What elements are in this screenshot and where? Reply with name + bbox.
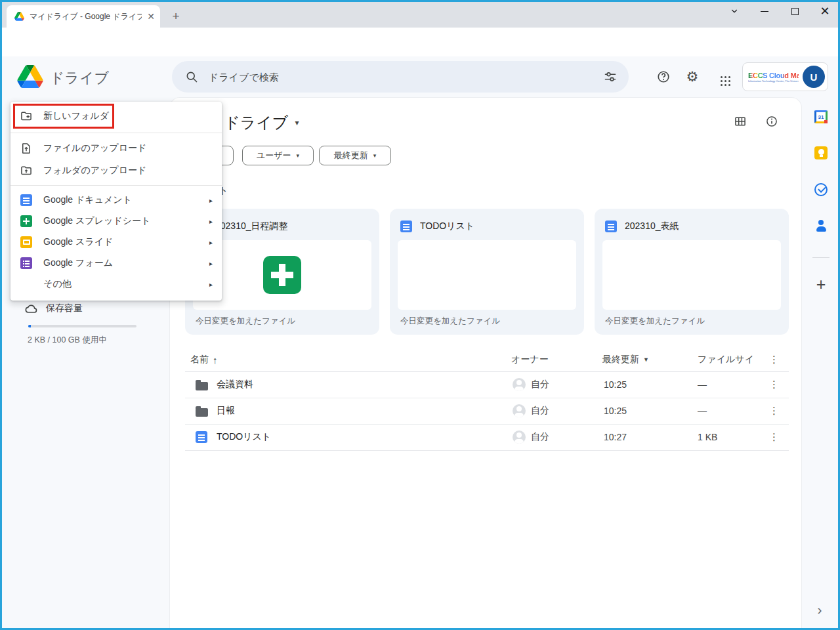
help-icon[interactable] (656, 70, 671, 84)
suggested-file-card[interactable]: 202310_表紙 今日変更を加えたファイル (595, 209, 789, 335)
slides-icon (20, 236, 33, 249)
docs-file-icon (605, 220, 617, 232)
file-name[interactable]: TODOリスト (217, 424, 271, 450)
storage-progress-bar (28, 325, 136, 327)
sort-ascending-arrow-icon: ↑ (213, 354, 218, 366)
owner-avatar (513, 378, 526, 391)
docs-icon (20, 194, 33, 207)
window-close-button[interactable]: ✕ (816, 3, 833, 20)
new-folder-icon (20, 110, 33, 123)
drive-search-bar[interactable] (172, 61, 629, 93)
settings-gear-icon[interactable]: ⚙ (685, 70, 700, 84)
owner-cell: 自分 (513, 371, 549, 398)
submenu-arrow-icon: ▸ (209, 260, 213, 267)
forms-icon (20, 257, 33, 270)
tasks-icon[interactable] (814, 183, 828, 196)
drive-logo-icon[interactable] (17, 65, 43, 88)
file-upload-icon (20, 142, 33, 155)
file-preview (398, 240, 576, 310)
browser-tab-strip: マイドライブ - Google ドライブ ✕ + ✕ (0, 0, 840, 28)
cloud-icon (24, 301, 38, 316)
docs-file-icon (196, 424, 207, 450)
browser-toolbar: ← → ↻ drive.google.com/drive/my-drive ☆ … (0, 28, 840, 56)
new-menu: 新しいフォルダ ファイルのアップロード フォルダのアップロード Google ド… (10, 102, 222, 301)
tab-search-chevron-icon[interactable] (726, 3, 743, 20)
row-options-kebab-icon[interactable]: ⋮ (769, 424, 779, 450)
folder-icon (196, 371, 208, 398)
size-cell: — (698, 371, 707, 398)
submenu-arrow-icon: ▸ (209, 239, 213, 246)
owner-avatar (513, 404, 526, 417)
submenu-arrow-icon: ▸ (209, 218, 213, 225)
keep-icon[interactable] (814, 146, 828, 159)
column-header-name[interactable]: 名前 ↑ (190, 348, 218, 371)
size-cell: 1 KB (698, 424, 717, 450)
search-icon[interactable] (185, 70, 198, 83)
file-name[interactable]: 会議資料 (217, 371, 253, 398)
details-info-icon[interactable] (765, 115, 778, 128)
chevron-down-icon: ▾ (373, 152, 377, 159)
sort-descending-caret-icon: ▼ (643, 356, 649, 363)
show-side-panel-chevron-icon[interactable]: › (812, 601, 827, 618)
sheets-logo-icon (263, 256, 301, 294)
window-maximize-button[interactable] (786, 3, 803, 20)
folder-icon (196, 398, 208, 424)
filter-chip-people[interactable]: ユーザー ▾ (242, 146, 314, 165)
menu-item-new-folder[interactable]: 新しいフォルダ (10, 104, 222, 129)
column-options-kebab-icon[interactable]: ⋮ (769, 348, 779, 371)
submenu-arrow-icon: ▸ (209, 281, 213, 288)
file-name[interactable]: 日報 (217, 398, 235, 424)
tab-close-icon[interactable]: ✕ (147, 12, 155, 21)
menu-item-google-forms[interactable]: Google フォーム ▸ (10, 253, 222, 274)
google-apps-grid-icon[interactable] (714, 70, 728, 84)
modified-cell: 10:25 (604, 371, 627, 398)
menu-item-file-upload[interactable]: ファイルのアップロード (10, 137, 222, 159)
storage-nav-item[interactable]: 保存容量 (24, 301, 83, 316)
owner-cell: 自分 (513, 398, 549, 424)
size-cell: — (698, 398, 707, 424)
submenu-arrow-icon: ▸ (209, 197, 213, 204)
drive-account-avatar[interactable]: U (803, 66, 825, 88)
folder-upload-icon (20, 164, 33, 177)
calendar-icon[interactable]: 31 (814, 110, 828, 123)
drive-favicon-icon (14, 12, 24, 21)
menu-item-google-sheets[interactable]: Google スプレッドシート ▸ (10, 211, 222, 232)
chevron-down-icon: ▾ (295, 118, 299, 127)
eccs-logo: ECCS Cloud Mail Information Technology C… (748, 72, 799, 83)
new-tab-button[interactable]: + (168, 9, 184, 24)
row-options-kebab-icon[interactable]: ⋮ (769, 398, 779, 424)
storage-usage-text: 2 KB / 100 GB 使用中 (28, 335, 107, 346)
filter-chip-modified[interactable]: 最終更新 ▾ (319, 146, 391, 165)
column-header-modified[interactable]: 最終更新 ▼ (602, 348, 649, 371)
menu-item-more[interactable]: その他 ▸ (10, 274, 222, 295)
eccs-account-card[interactable]: ECCS Cloud Mail Information Technology C… (742, 62, 828, 91)
owner-avatar (513, 430, 526, 444)
search-options-tune-icon[interactable] (604, 70, 617, 83)
row-options-kebab-icon[interactable]: ⋮ (769, 371, 779, 398)
chevron-down-icon: ▾ (297, 152, 300, 159)
column-header-owner[interactable]: オーナー (511, 348, 549, 371)
row-divider (185, 450, 789, 451)
menu-item-google-slides[interactable]: Google スライド ▸ (10, 232, 222, 253)
column-header-size[interactable]: ファイルサイ (698, 348, 754, 371)
file-preview (602, 240, 781, 310)
modified-cell: 10:25 (604, 398, 627, 424)
sheets-icon (20, 215, 33, 228)
window-minimize-button[interactable] (756, 3, 773, 20)
storage-progress-fill (28, 325, 31, 327)
owner-cell: 自分 (513, 424, 549, 450)
modified-cell: 10:27 (604, 424, 627, 450)
grid-view-toggle-icon[interactable] (734, 115, 747, 128)
menu-item-google-docs[interactable]: Google ドキュメント ▸ (10, 190, 222, 211)
suggested-file-card[interactable]: TODOリスト 今日変更を加えたファイル (390, 209, 584, 335)
docs-file-icon (400, 220, 412, 232)
tab-title: マイドライブ - Google ドライブ (30, 11, 142, 22)
drive-app-name: ドライブ (50, 68, 109, 88)
strip-divider (812, 257, 830, 258)
contacts-icon[interactable] (814, 219, 828, 232)
get-add-ons-plus-icon[interactable]: + (813, 275, 829, 293)
search-input[interactable] (207, 71, 595, 83)
browser-tab[interactable]: マイドライブ - Google ドライブ ✕ (7, 5, 160, 28)
menu-item-folder-upload[interactable]: フォルダのアップロード (10, 159, 222, 182)
